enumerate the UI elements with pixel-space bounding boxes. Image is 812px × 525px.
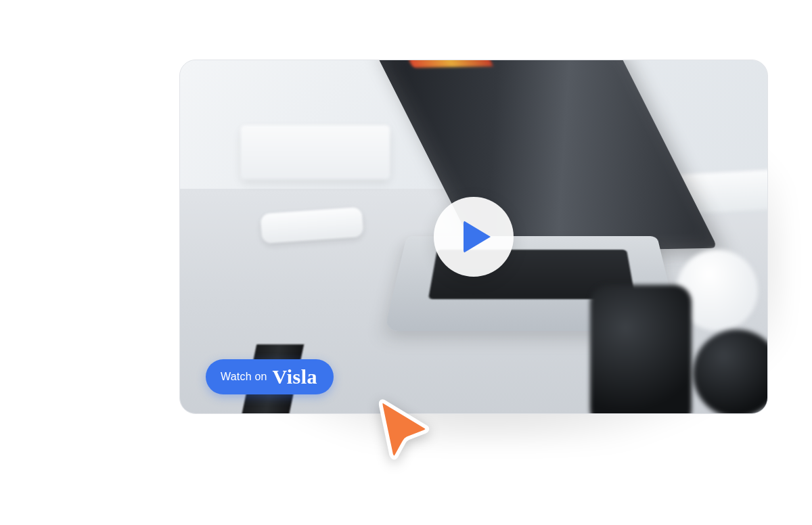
paper-stack [241,125,390,179]
play-button[interactable] [434,197,514,277]
video-preview-card: Watch on Visla [179,60,768,414]
visla-brand-label: Visla [273,367,317,387]
camera-lens-large [590,285,692,414]
video-thumbnail[interactable]: Watch on Visla [179,60,768,414]
cursor-pointer-icon [372,392,436,460]
watch-prefix-label: Watch on [221,371,267,383]
watch-on-visla-button[interactable]: Watch on Visla [206,359,334,394]
play-icon [464,221,491,253]
